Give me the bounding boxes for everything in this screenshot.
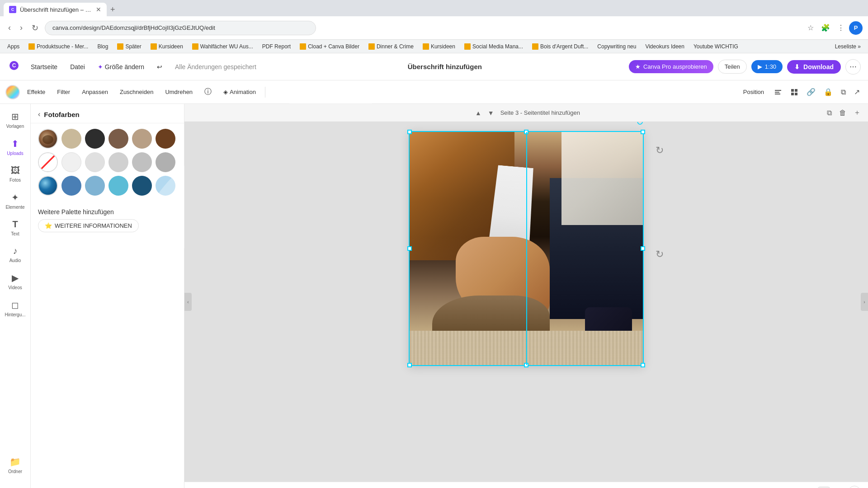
share-icon-button[interactable]: ↗ [851,85,863,99]
resize-nav-button[interactable]: ✦ Größe ändern [93,61,149,73]
umdrehen-button[interactable]: Umdrehen [160,86,197,98]
forward-button[interactable]: › [17,21,25,34]
add-page-button[interactable]: ＋ [852,106,863,119]
bookmark-11[interactable]: Bois d'Argent Duft... [528,42,592,51]
sidebar-item-ordner[interactable]: 📁 Ordner [2,453,29,478]
link-icon-button[interactable]: 🔗 [804,85,818,99]
star-icon-palette: ⭐ [45,222,52,229]
color-swatch-lightgray[interactable] [108,152,128,172]
sidebar-item-more[interactable]: ⋯ [2,480,29,488]
position-button[interactable]: Position [739,86,769,98]
color-swatch-sand[interactable] [132,129,152,149]
sidebar-label-vorlagen: Vorlagen [6,124,24,129]
color-swatch-cyan[interactable] [108,176,128,196]
bookmark-3[interactable]: Später [113,42,145,51]
duplicate-page-button[interactable]: ⧉ [825,106,834,119]
star-icon: ★ [635,63,641,70]
color-swatch-globe[interactable] [38,176,58,196]
color-swatch-white1[interactable] [61,152,81,172]
new-tab-button[interactable]: + [107,5,119,14]
color-swatch-midgray[interactable] [156,152,175,172]
download-button[interactable]: ⬇ Download [787,60,841,74]
canvas-scroll[interactable]: ‹ [184,122,868,482]
tab-close-button[interactable]: ✕ [96,6,101,13]
browser-menu-button[interactable]: ⋮ [835,22,847,34]
svg-rect-4 [775,94,780,94]
canvas-page[interactable]: ↻ [409,131,644,366]
align-icon-button[interactable] [771,85,785,99]
lock-icon-button[interactable]: 🔒 [821,85,835,99]
color-swatch-darkbrown[interactable] [156,129,175,149]
color-swatch-darkblue[interactable] [132,176,152,196]
sidebar-item-vorlagen[interactable]: ⊞ Vorlagen [2,108,29,133]
sidebar-item-fotos[interactable]: 🖼 Fotos [2,162,29,187]
play-button[interactable]: ▶ 1:30 [751,60,783,73]
home-nav-button[interactable]: Startseite [26,61,62,73]
extensions-button[interactable]: 🧩 [818,22,833,34]
color-swatch-medblue[interactable] [61,176,81,196]
canva-pro-button[interactable]: ★ Canva Pro ausprobieren [629,60,713,73]
grid-icon-button[interactable] [788,85,801,99]
sidebar-item-text[interactable]: T Text [2,216,29,240]
bookmark-12[interactable]: Copywriting neu [594,42,640,51]
text-icon: T [12,219,18,230]
page-nav-down-button[interactable]: ▼ [485,108,497,118]
page-nav-up-button[interactable]: ▲ [472,108,484,118]
share-button[interactable]: Teilen [718,60,747,74]
bookmark-star-button[interactable]: ☆ [805,22,816,34]
animation-button[interactable]: ◈ Animation [219,86,260,98]
bookmark-4[interactable]: Kursideen [147,42,187,51]
color-swatch-button[interactable] [5,85,20,99]
effekte-button[interactable]: Effekte [23,86,50,98]
sidebar-item-elemente[interactable]: ✦ Elemente [2,188,29,214]
sidebar-item-audio[interactable]: ♪ Audio [2,242,29,267]
bookmark-7[interactable]: Cload + Canva Bilder [296,42,363,51]
color-swatch-photo-1[interactable] [38,129,58,149]
bookmark-5[interactable]: Wahlfächer WU Aus... [189,42,257,51]
bookmark-9[interactable]: Kursideen [419,42,459,51]
zuschneiden-button[interactable]: Zuschneiden [115,86,158,98]
address-bar[interactable] [45,21,316,35]
bookmark-14[interactable]: Youtube WICHTIG [690,42,742,51]
color-swatch-tan[interactable] [61,129,81,149]
copy-icon-button[interactable]: ⧉ [838,85,849,99]
bookmark-2[interactable]: Blog [94,42,112,51]
bookmark-6[interactable]: PDF Report [259,42,294,51]
more-options-button[interactable]: ⋯ [845,59,861,75]
panel-back-button[interactable]: ‹ [38,110,40,118]
sidebar-item-hintergrund[interactable]: ◻ Hintergu... [2,296,29,321]
color-swatch-gray[interactable] [132,152,152,172]
bookmark-1[interactable]: Produktsuche - Mer... [25,42,92,51]
color-swatch-lightblue[interactable] [85,176,105,196]
refresh-button-mid[interactable]: ↻ [656,249,664,260]
bookmark-8[interactable]: Dinner & Crime [365,42,417,51]
anpassen-button[interactable]: Anpassen [77,86,113,98]
info-button[interactable]: ⓘ [200,84,216,99]
refresh-button-top[interactable]: ↻ [656,145,664,156]
rotate-button[interactable]: ↻ [636,122,644,127]
bookmark-13[interactable]: Videokurs Ideen [642,42,688,51]
delete-page-button[interactable]: 🗑 [837,106,848,119]
sidebar-item-videos[interactable]: ▶ Videos [2,269,29,294]
project-title[interactable]: Überschrift hinzufügen [408,63,482,70]
back-button[interactable]: ‹ [5,21,14,34]
panel-toggle-right[interactable]: › [861,293,868,311]
bookmark-10[interactable]: Social Media Mana... [461,42,527,51]
browser-profile[interactable]: P [849,21,863,35]
color-swatch-dark[interactable] [85,129,105,149]
undo-button[interactable]: ↩ [152,61,167,73]
bookmark-apps[interactable]: Apps [4,42,23,51]
color-swatch-white2[interactable] [85,152,105,172]
color-swatch-brown[interactable] [108,129,128,149]
home-button[interactable]: C [7,59,21,75]
panel-toggle-left[interactable]: ‹ [184,293,192,311]
sidebar-item-uploads[interactable]: ⬆ Uploads [2,135,29,160]
file-nav-button[interactable]: Datei [66,61,90,73]
help-button[interactable]: ? [848,486,861,488]
bookmark-more[interactable]: Leseliste » [831,42,864,51]
active-tab[interactable]: C Überschrift hinzufügen – Logo ✕ [4,3,107,16]
color-swatch-transparent[interactable] [38,152,58,172]
add-palette-button[interactable]: ⭐ WEITERE INFORMATIONEN [38,219,139,232]
filter-button[interactable]: Filter [52,86,75,98]
reload-button[interactable]: ↻ [29,21,41,35]
